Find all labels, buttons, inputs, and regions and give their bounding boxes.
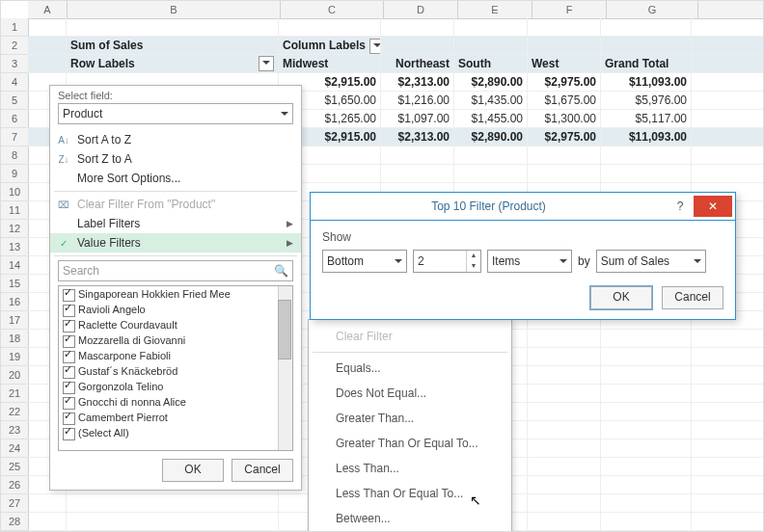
clear-filter-item[interactable]: ⌧Clear Filter From "Product": [50, 195, 301, 214]
dialog-cancel-button[interactable]: Cancel: [662, 286, 723, 309]
row-13[interactable]: 13: [1, 238, 28, 256]
filter-item[interactable]: Gustaf´s Knäckebröd: [59, 363, 292, 379]
scrollbar-thumb[interactable]: [278, 300, 291, 359]
equals-item[interactable]: Equals...: [309, 356, 511, 381]
col-F[interactable]: F: [532, 1, 607, 18]
submenu-arrow-icon: ▶: [286, 219, 293, 228]
filter-item[interactable]: Ravioli Angelo: [59, 302, 292, 317]
filter-menu: Select field: Product A↓Sort A to Z Z↓So…: [49, 85, 302, 491]
search-placeholder: Search: [63, 264, 99, 278]
col-E[interactable]: E: [458, 1, 532, 18]
row-2[interactable]: 2: [1, 37, 28, 55]
col-C[interactable]: C: [281, 1, 384, 18]
help-button[interactable]: ?: [667, 200, 694, 213]
scrollbar[interactable]: [278, 286, 292, 450]
sort-za-item[interactable]: Z↓Sort Z to A: [50, 149, 301, 169]
clear-filter-icon: ⌧: [56, 200, 71, 210]
show-label: Show: [322, 230, 723, 244]
row-23[interactable]: 23: [1, 421, 28, 439]
row-26[interactable]: 26: [1, 476, 28, 494]
search-icon: 🔍: [274, 264, 288, 278]
row-21[interactable]: 21: [1, 385, 28, 403]
row-15[interactable]: 15: [1, 275, 28, 293]
row-7[interactable]: 7: [1, 128, 28, 146]
col-hdr-northeast: Northeast: [381, 55, 454, 72]
less-equal-item[interactable]: Less Than Or Equal To...: [309, 481, 511, 506]
chevron-down-icon: [281, 112, 288, 120]
select-field-value: Product: [63, 107, 102, 120]
row-1[interactable]: 1: [1, 18, 28, 37]
filter-item[interactable]: Mozzarella di Giovanni: [59, 332, 292, 348]
count-value[interactable]: 2: [414, 254, 466, 268]
col-D[interactable]: D: [384, 1, 458, 18]
spinner-arrows[interactable]: ▲▼: [466, 251, 480, 272]
row-17[interactable]: 17: [1, 311, 28, 330]
dialog-titlebar[interactable]: Top 10 Filter (Product) ? ✕: [311, 193, 735, 221]
menu-ok-button[interactable]: OK: [162, 459, 224, 482]
col-hdr-total: Grand Total: [601, 55, 692, 72]
less-than-item[interactable]: Less Than...: [309, 456, 511, 481]
close-button[interactable]: ✕: [694, 196, 732, 217]
col-A[interactable]: A: [28, 1, 68, 18]
dialog-title: Top 10 Filter (Product): [311, 200, 667, 213]
menu-cancel-button[interactable]: Cancel: [232, 459, 293, 482]
row-11[interactable]: 11: [1, 201, 28, 220]
column-headers: A B C D E F G: [28, 1, 763, 19]
greater-equal-item[interactable]: Greater Than Or Equal To...: [309, 431, 511, 456]
clear-filter-subitem[interactable]: Clear Filter: [309, 324, 511, 349]
filter-item[interactable]: Gnocchi di nonna Alice: [59, 394, 292, 410]
field-select[interactable]: Sum of Sales: [596, 250, 706, 273]
submenu-arrow-icon: ▶: [286, 238, 293, 248]
direction-select[interactable]: Bottom: [322, 250, 407, 273]
not-equals-item[interactable]: Does Not Equal...: [309, 381, 511, 406]
column-labels-dropdown-icon[interactable]: [369, 39, 381, 54]
row-18[interactable]: 18: [1, 330, 28, 348]
col-hdr-south: South: [454, 55, 528, 72]
filter-item[interactable]: Raclette Courdavault: [59, 317, 292, 332]
separator: [54, 191, 297, 192]
dialog-ok-button[interactable]: OK: [590, 286, 652, 309]
select-field-combo[interactable]: Product: [58, 103, 293, 124]
count-spinner[interactable]: 2 ▲▼: [413, 250, 481, 273]
between-item[interactable]: Between...: [309, 506, 511, 531]
col-G[interactable]: G: [607, 1, 698, 18]
row-19[interactable]: 19: [1, 348, 28, 366]
spin-up-icon[interactable]: ▲: [467, 251, 480, 261]
row-27[interactable]: 27: [1, 494, 28, 513]
row-9[interactable]: 9: [1, 165, 28, 183]
filter-item[interactable]: Mascarpone Fabioli: [59, 348, 292, 363]
row-10[interactable]: 10: [1, 183, 28, 201]
row-14[interactable]: 14: [1, 256, 28, 275]
filter-item[interactable]: Camembert Pierrot: [59, 410, 292, 425]
greater-than-item[interactable]: Greater Than...: [309, 406, 511, 431]
row-4[interactable]: 4: [1, 73, 28, 92]
chevron-down-icon: [694, 259, 701, 267]
row-6[interactable]: 6: [1, 110, 28, 128]
filter-item[interactable]: (Select All): [59, 425, 292, 440]
more-sort-item[interactable]: More Sort Options...: [50, 169, 301, 188]
sort-az-item[interactable]: A↓Sort A to Z: [50, 130, 301, 149]
label-filters-item[interactable]: Label Filters▶: [50, 214, 301, 233]
row-20[interactable]: 20: [1, 366, 28, 385]
search-input[interactable]: Search 🔍: [58, 260, 293, 281]
filter-listbox[interactable]: Singaporean Hokkien Fried MeeRavioli Ang…: [58, 285, 293, 451]
col-B[interactable]: B: [68, 1, 281, 18]
row-8[interactable]: 8: [1, 146, 28, 165]
separator: [313, 352, 507, 353]
chevron-down-icon: [395, 259, 402, 267]
filter-item[interactable]: Gorgonzola Telino: [59, 379, 292, 394]
row-labels-dropdown-icon[interactable]: [259, 56, 274, 71]
row-3[interactable]: 3: [1, 55, 28, 73]
row-24[interactable]: 24: [1, 439, 28, 458]
row-12[interactable]: 12: [1, 220, 28, 238]
value-filters-item[interactable]: ✓Value Filters▶: [50, 233, 301, 253]
row-22[interactable]: 22: [1, 403, 28, 421]
filter-item[interactable]: Singaporean Hokkien Fried Mee: [59, 286, 292, 302]
row-16[interactable]: 16: [1, 293, 28, 311]
spin-down-icon[interactable]: ▼: [467, 261, 480, 272]
row-5[interactable]: 5: [1, 92, 28, 110]
row-25[interactable]: 25: [1, 458, 28, 476]
value-filters-submenu: Clear Filter Equals... Does Not Equal...…: [308, 319, 512, 532]
unit-select[interactable]: Items: [487, 250, 572, 273]
row-28[interactable]: 28: [1, 513, 28, 531]
